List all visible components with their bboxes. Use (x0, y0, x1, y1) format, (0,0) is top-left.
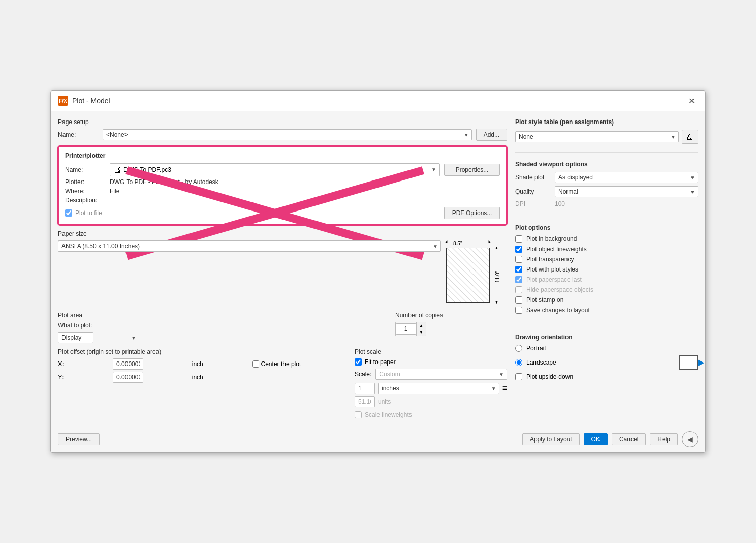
landscape-arrow: ▶ (698, 357, 704, 367)
y-label: Y: (58, 373, 110, 381)
plot-option-1: Plot object lineweights (515, 246, 698, 253)
plot-offset-section: Plot offset (origin set to printable are… (58, 348, 346, 383)
landscape-row: Landscape ▶ (515, 355, 698, 370)
close-button[interactable]: ✕ (685, 95, 698, 107)
portrait-row: Portrait (515, 345, 698, 352)
what-to-plot-select[interactable]: Display (58, 332, 93, 343)
plot-style-select[interactable]: None (515, 131, 679, 142)
copies-input[interactable] (396, 323, 416, 335)
plot-background-label: Plot in background (526, 235, 577, 243)
quality-row: Quality Normal ▼ (515, 186, 698, 197)
add-button[interactable]: Add... (476, 129, 507, 141)
scale-label: Scale: (355, 371, 371, 378)
plot-paperspace-last-label: Plot paperspace last (526, 276, 582, 283)
printer-name-row: Name: 🖨 DWG To PDF.pc3 ▼ (65, 163, 500, 176)
bottom-left: Preview... (58, 433, 100, 445)
page-setup-name-select[interactable]: <None> (103, 129, 472, 140)
fit-to-paper-row: Fit to paper (355, 358, 507, 366)
quality-select[interactable]: Normal (555, 186, 698, 197)
scale-val2-input[interactable] (355, 396, 375, 407)
copies-section: Number of copies ▲ ▼ (395, 312, 507, 336)
upside-down-checkbox[interactable] (515, 373, 522, 380)
bottom-bar: Preview... Apply to Layout OK Cancel Hel… (51, 426, 705, 452)
pdf-options-button[interactable]: PDF Options... (444, 207, 500, 219)
paper-size-select[interactable]: ANSI A (8.50 x 11.00 Inches) (58, 240, 441, 252)
preview-button[interactable]: Preview... (58, 433, 100, 445)
units2-label: units (378, 398, 391, 405)
scale-lineweights-checkbox[interactable] (355, 411, 362, 418)
copies-spinner[interactable]: ▲ ▼ (395, 322, 426, 336)
properties-button[interactable]: Properties... (444, 164, 500, 176)
plotter-value: DWG To PDF - PDF ePlot - by Autodesk (110, 178, 218, 186)
plot-option-0: Plot in background (515, 235, 698, 243)
scale-lineweights-label: Scale lineweights (365, 411, 412, 418)
x-unit: inch (192, 360, 249, 368)
hide-paperspace-label: Hide paperspace objects (526, 286, 593, 293)
plotter-row: Plotter: DWG To PDF - PDF ePlot - by Aut… (65, 178, 500, 186)
dialog-title: Plot - Model (72, 97, 110, 105)
scale-select[interactable]: Custom (375, 369, 507, 380)
plot-with-styles-checkbox[interactable] (515, 266, 522, 273)
shade-plot-row: Shade plot As displayed ▼ (515, 172, 698, 183)
units1-select[interactable]: inches (378, 383, 499, 394)
printer-name-value: DWG To PDF.pc3 (123, 166, 431, 173)
apply-to-layout-button[interactable]: Apply to Layout (522, 433, 580, 445)
where-label: Where: (65, 188, 106, 195)
paper-size-label: Paper size (58, 230, 507, 237)
fit-to-paper-checkbox[interactable] (355, 358, 362, 366)
center-plot-label: Center the plot (261, 360, 301, 368)
landscape-radio[interactable] (515, 359, 522, 366)
printer-plotter-section: Printer/plotter Name: 🖨 DWG To PDF.pc3 ▼ (58, 146, 507, 225)
shade-plot-select[interactable]: As displayed (555, 172, 698, 183)
plot-transparency-label: Plot transparency (526, 256, 574, 263)
plot-option-4: Plot paperspace last (515, 276, 698, 283)
landscape-icon: ▶ (679, 355, 698, 370)
center-plot-checkbox[interactable] (252, 360, 259, 368)
plot-to-file-checkbox[interactable] (65, 209, 72, 217)
name-label: Name: (58, 131, 99, 138)
divider3 (515, 325, 698, 325)
help-button[interactable]: Help (650, 433, 678, 445)
x-input[interactable] (113, 358, 143, 370)
plot-object-lineweights-checkbox[interactable] (515, 246, 522, 253)
app-icon: F/X (58, 96, 68, 106)
y-input[interactable] (113, 372, 143, 383)
landscape-label: Landscape (526, 359, 556, 366)
plot-transparency-checkbox[interactable] (515, 256, 522, 263)
plot-stamp-checkbox[interactable] (515, 296, 522, 304)
plot-background-checkbox[interactable] (515, 235, 522, 243)
plot-offset-grid: X: inch Center the plot Y: inch (58, 358, 346, 383)
scale-row: Scale: Custom ▼ (355, 369, 507, 380)
plot-offset-label: Plot offset (origin set to printable are… (58, 348, 346, 355)
divider1 (515, 152, 698, 153)
copies-down-button[interactable]: ▼ (417, 329, 426, 336)
ok-button[interactable]: OK (584, 433, 608, 445)
printer-plotter-title: Printer/plotter (65, 152, 500, 159)
portrait-radio[interactable] (515, 345, 522, 352)
paper-hatch (447, 248, 490, 303)
plot-paperspace-last-checkbox[interactable] (515, 276, 522, 283)
printer-select-wrap: 🖨 DWG To PDF.pc3 ▼ (110, 163, 440, 176)
plot-scale-section: Plot scale Fit to paper Scale: Custom (355, 348, 507, 418)
hide-paperspace-checkbox[interactable] (515, 286, 522, 293)
copies-label: Number of copies (395, 312, 507, 319)
fit-to-paper-label: Fit to paper (365, 358, 396, 366)
plot-style-edit-button[interactable]: 🖨 (682, 130, 698, 144)
plot-option-3: Plot with plot styles (515, 266, 698, 273)
paper-height-label: 11.0" (495, 271, 500, 283)
plot-area-copies-row: Plot area What to plot: Display ▼ Number… (58, 312, 507, 343)
save-changes-checkbox[interactable] (515, 307, 522, 314)
portrait-label: Portrait (526, 345, 546, 352)
shaded-viewport-section: Shaded viewport options Shade plot As di… (515, 161, 698, 207)
back-arrow-button[interactable]: ◀ (682, 431, 698, 447)
scale-val1-input[interactable] (355, 383, 375, 394)
plot-with-styles-label: Plot with plot styles (526, 266, 578, 273)
dialog-body: Page setup Name: <None> ▼ Add... Printer… (51, 111, 705, 426)
copies-up-button[interactable]: ▲ (417, 322, 426, 329)
quality-label: Quality (515, 188, 551, 195)
cancel-button[interactable]: Cancel (612, 433, 646, 445)
drawing-orientation-label: Drawing orientation (515, 334, 698, 341)
upside-down-label: Plot upside-down (526, 373, 573, 380)
plot-area-section: Plot area What to plot: Display ▼ (58, 312, 387, 343)
scale-lineweights-row: Scale lineweights (355, 411, 507, 418)
